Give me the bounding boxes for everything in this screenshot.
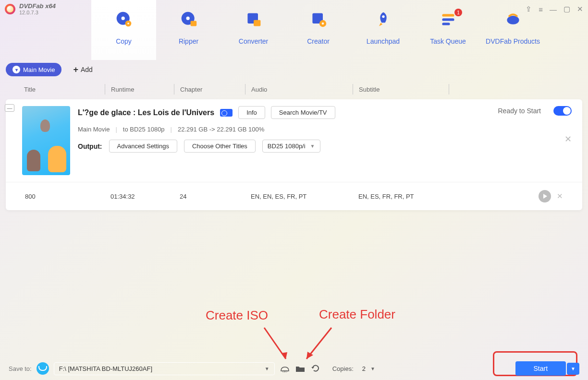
chevron-down-icon: ▾ bbox=[12, 66, 20, 73]
app-logo-icon bbox=[5, 4, 15, 14]
play-icon[interactable] bbox=[539, 190, 551, 202]
svg-rect-8 bbox=[254, 20, 260, 26]
meta-target: to BD25 1080p bbox=[123, 126, 165, 133]
movie-meta: Main Movie| to BD25 1080p| 22.291 GB -> … bbox=[78, 126, 462, 133]
annotation-folder: Create Folder bbox=[319, 307, 395, 322]
svg-marker-22 bbox=[311, 367, 314, 368]
chevron-down-icon: ▼ bbox=[310, 143, 315, 149]
start-button[interactable]: Start bbox=[515, 361, 566, 376]
copies-select[interactable]: 2 ▼ bbox=[358, 364, 379, 374]
mode-bar: ▾ Main Movie + Add bbox=[0, 60, 588, 79]
add-label: Add bbox=[81, 66, 93, 73]
svg-point-12 bbox=[382, 15, 384, 18]
plus-icon: + bbox=[73, 65, 78, 75]
app-name: DVDFab x64 bbox=[19, 3, 56, 10]
tab-products[interactable]: DVDFab Products bbox=[480, 0, 545, 60]
create-folder-button[interactable] bbox=[295, 364, 306, 373]
col-subtitle: Subtitle bbox=[353, 84, 449, 95]
create-iso-button[interactable]: ISO bbox=[280, 364, 290, 373]
start-dropdown[interactable]: ▼ bbox=[567, 363, 579, 375]
svg-rect-14 bbox=[442, 18, 454, 21]
search-movie-button[interactable]: Search Movie/TV bbox=[271, 106, 335, 119]
saveto-label: Save to: bbox=[9, 365, 32, 372]
enable-toggle[interactable] bbox=[553, 106, 572, 116]
col-chapter: Chapter bbox=[174, 84, 245, 95]
row-runtime: 01:34:32 bbox=[110, 193, 180, 200]
tab-copy[interactable]: Copy bbox=[91, 0, 156, 60]
annotation-iso: Create ISO bbox=[206, 308, 268, 323]
drive-icon[interactable] bbox=[37, 362, 49, 375]
tab-label: Converter bbox=[239, 37, 268, 45]
disc-ripper-icon bbox=[179, 10, 198, 29]
collapse-toggle[interactable]: — bbox=[5, 104, 14, 112]
tab-label: Launchpad bbox=[367, 37, 400, 45]
movie-poster[interactable] bbox=[22, 106, 70, 175]
task-badge: 1 bbox=[454, 9, 462, 16]
copies-value: 2 bbox=[362, 365, 366, 372]
svg-text:ISO: ISO bbox=[282, 370, 288, 373]
main-tabs: Copy Ripper Converter Creator Launchpad … bbox=[91, 0, 588, 60]
add-button[interactable]: + Add bbox=[73, 65, 92, 75]
output-label: Output: bbox=[78, 142, 102, 150]
remove-button[interactable]: ✕ bbox=[564, 134, 572, 144]
profile-select[interactable]: BD25 1080p/i ▼ bbox=[262, 140, 320, 153]
mode-label: Main Movie bbox=[23, 66, 55, 73]
status-text: Ready to Start bbox=[498, 107, 541, 115]
products-icon bbox=[503, 10, 523, 29]
info-button[interactable]: Info bbox=[238, 106, 265, 119]
rocket-icon bbox=[374, 10, 393, 29]
advanced-settings-button[interactable]: Advanced Settings bbox=[109, 140, 177, 153]
disc-copy-icon bbox=[114, 10, 134, 29]
col-title: Title bbox=[19, 84, 105, 95]
col-runtime: Runtime bbox=[105, 84, 174, 95]
tab-label: Copy bbox=[116, 37, 132, 45]
svg-rect-6 bbox=[190, 21, 196, 26]
tab-launchpad[interactable]: Launchpad bbox=[351, 0, 416, 60]
output-path: F:\ [MATSHITA BD-MLTUJ260AF] bbox=[59, 365, 152, 372]
app-version: 12.0.7.3 bbox=[19, 10, 56, 15]
svg-point-16 bbox=[507, 16, 519, 24]
output-path-select[interactable]: F:\ [MATSHITA BD-MLTUJ260AF] ▼ bbox=[54, 362, 275, 375]
converter-icon bbox=[244, 10, 263, 29]
creator-icon bbox=[309, 10, 328, 29]
bluray-badge-icon bbox=[220, 109, 233, 117]
title-row[interactable]: 800 01:34:32 24 EN, EN, ES, FR, PT EN, E… bbox=[6, 182, 582, 210]
remove-row-icon[interactable]: ✕ bbox=[557, 192, 563, 201]
maximize-icon[interactable]: ▢ bbox=[564, 5, 570, 13]
movie-title: L'?ge de glace : Les Lois de l'Univers bbox=[78, 108, 214, 117]
row-chapter: 24 bbox=[180, 193, 251, 200]
tab-task-queue[interactable]: 1 Task Queue bbox=[416, 0, 480, 60]
bottom-bar: Save to: F:\ [MATSHITA BD-MLTUJ260AF] ▼ … bbox=[0, 357, 588, 380]
svg-point-3 bbox=[127, 23, 129, 24]
chevron-down-icon: ▼ bbox=[370, 366, 375, 371]
copies-label: Copies: bbox=[332, 365, 354, 372]
svg-point-5 bbox=[186, 17, 189, 20]
tab-label: Creator bbox=[307, 37, 330, 45]
tab-label: Ripper bbox=[179, 37, 198, 45]
chevron-down-icon: ▼ bbox=[265, 366, 270, 371]
row-title: 800 bbox=[25, 193, 110, 200]
tab-label: DVDFab Products bbox=[486, 37, 540, 45]
tab-label: Task Queue bbox=[430, 37, 466, 45]
col-audio: Audio bbox=[245, 84, 353, 95]
row-subtitle: EN, ES, FR, FR, PT bbox=[358, 193, 454, 200]
tab-creator[interactable]: Creator bbox=[286, 0, 351, 60]
choose-titles-button[interactable]: Choose Other Titles bbox=[184, 140, 256, 153]
movie-card: — L'?ge de glace : Les Lois de l'Univers… bbox=[6, 99, 582, 210]
svg-point-11 bbox=[321, 23, 324, 25]
tab-ripper[interactable]: Ripper bbox=[156, 0, 221, 60]
column-headers: Title Runtime Chapter Audio Subtitle bbox=[0, 79, 588, 99]
refresh-button[interactable] bbox=[310, 364, 321, 373]
row-audio: EN, EN, ES, FR, PT bbox=[251, 193, 358, 200]
svg-rect-15 bbox=[442, 23, 450, 25]
svg-rect-13 bbox=[442, 14, 454, 16]
svg-point-1 bbox=[121, 17, 124, 20]
tab-converter[interactable]: Converter bbox=[221, 0, 286, 60]
minimize-icon[interactable]: — bbox=[550, 5, 557, 13]
meta-mode: Main Movie bbox=[78, 126, 110, 133]
mode-dropdown[interactable]: ▾ Main Movie bbox=[6, 63, 61, 76]
close-icon[interactable]: ✕ bbox=[577, 5, 583, 13]
meta-size: 22.291 GB -> 22.291 GB 100% bbox=[178, 126, 264, 133]
profile-value: BD25 1080p/i bbox=[268, 142, 306, 150]
